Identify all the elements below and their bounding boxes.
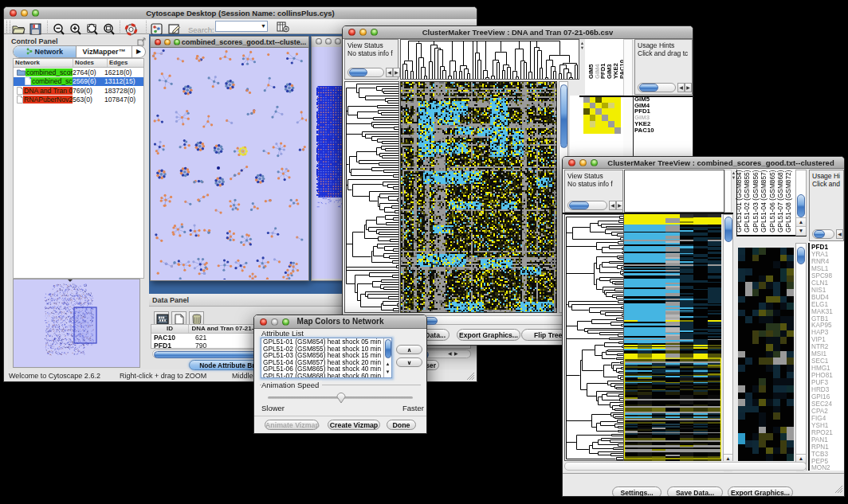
close-button[interactable]: [260, 318, 267, 326]
minimize-button[interactable]: [359, 29, 367, 36]
treeview2-hscrollbar[interactable]: [564, 462, 807, 471]
treeview2-usage-hints-zoom-widget[interactable]: ◀▶: [812, 229, 844, 239]
column-header-nodes[interactable]: Nodes: [73, 59, 108, 67]
minimize-button[interactable]: [579, 159, 587, 166]
zoom-left-arrow[interactable]: ◀: [836, 229, 843, 239]
minimize-button[interactable]: [271, 318, 278, 326]
network-table-row[interactable]: combined_sco2569(6)13112(15): [14, 77, 143, 87]
network-view-window-1[interactable]: combined_scores_good.txt--cluste...: [150, 36, 309, 281]
resize-grip[interactable]: [834, 485, 843, 494]
treeview2-zoom-heatmap[interactable]: [738, 248, 794, 461]
zoom-left-arrow[interactable]: ◀: [386, 68, 393, 77]
zoom-left-arrow[interactable]: ◀: [609, 201, 616, 210]
vscroll-thumb[interactable]: [724, 217, 732, 242]
tab-vizmapper[interactable]: VizMapper™: [77, 46, 132, 57]
treeview2-zoom-vscrollbar[interactable]: ▲▼: [795, 243, 807, 471]
birds-eye-view[interactable]: [13, 279, 140, 368]
done-button[interactable]: Done: [387, 420, 416, 430]
slider-thumb[interactable]: [336, 393, 346, 404]
zoom-button[interactable]: [282, 318, 289, 326]
scroll-up-arrow[interactable]: ▲: [384, 360, 391, 368]
search-dropdown-button[interactable]: ▼: [261, 21, 268, 31]
zoom-button[interactable]: [591, 159, 598, 166]
save-data-button[interactable]: Save Data...: [667, 486, 723, 496]
attribute-list[interactable]: GPL51-01 (GSM854) heat shock 05 minGPL51…: [261, 338, 392, 378]
treeview1-button-1[interactable]: Export Graphics...: [457, 329, 520, 341]
zoom-right-arrow[interactable]: ▶: [393, 68, 400, 77]
treeview2-usage-hints-line1: Usage Hi: [810, 170, 843, 180]
zoom-thumb[interactable]: [814, 230, 825, 238]
network-table-row[interactable]: RNAPuberNov2+ı563(0)107847(0): [14, 96, 143, 105]
close-button[interactable]: [155, 39, 161, 45]
treeview2-view-status-zoom-widget[interactable]: ◀▶: [567, 201, 623, 210]
zoom-button[interactable]: [174, 39, 180, 45]
zoom-right-arrow[interactable]: ▶: [843, 229, 844, 239]
network-table-row[interactable]: combined_scores_2764(0)16218(0): [14, 68, 143, 77]
close-button[interactable]: [10, 10, 17, 17]
treeview2-labels-vscrollbar[interactable]: ▲▼: [795, 170, 807, 236]
treeview1-hscrollbar[interactable]: [402, 315, 577, 325]
toolbar-drag-handle[interactable]: [6, 21, 10, 33]
export-graphics-button[interactable]: Export Graphics...: [728, 486, 793, 496]
zoom-right-arrow[interactable]: ▶: [685, 83, 692, 92]
treeview1-heatmap[interactable]: [400, 81, 557, 313]
vscroll-thumb[interactable]: [797, 247, 805, 264]
treeview1-view-status-zoom-widget[interactable]: ◀▶: [347, 68, 400, 77]
treeview2-heatmap[interactable]: [624, 214, 721, 461]
scroll-down-arrow[interactable]: ▼: [796, 226, 806, 236]
tab-network[interactable]: Network: [14, 46, 77, 57]
network-table-row[interactable]: DNA and Tran 07769(0)183728(0): [14, 86, 143, 96]
treeview2-row-dendrogram[interactable]: [564, 214, 624, 461]
zoom-button[interactable]: [371, 29, 378, 36]
treeview1-titlebar[interactable]: ClusterMaker TreeView : DNA and Tran 07-…: [343, 26, 693, 39]
cytoscape-titlebar[interactable]: Cytoscape Desktop (Session Name: collins…: [4, 7, 477, 20]
vscroll-thumb[interactable]: [385, 339, 391, 358]
treeview2-titlebar[interactable]: ClusterMaker TreeView : combined_scores_…: [563, 157, 844, 169]
scroll-down-arrow[interactable]: ▼: [384, 368, 391, 376]
close-button[interactable]: [568, 159, 575, 166]
zoom-thumb[interactable]: [639, 84, 658, 92]
zoom-thumb[interactable]: [349, 68, 367, 76]
settings-button[interactable]: Settings...: [612, 486, 662, 496]
network-graph-canvas[interactable]: [151, 48, 307, 279]
zoom-button[interactable]: [32, 10, 39, 17]
tab-overflow-button[interactable]: ▶: [132, 46, 145, 57]
zoom-left-arrow[interactable]: ◀: [677, 83, 685, 92]
correlation-matrix[interactable]: [583, 96, 620, 133]
minimize-button[interactable]: [325, 38, 332, 45]
attribute-id: PAC10: [151, 334, 190, 342]
column-header-edges[interactable]: Edges: [108, 59, 143, 67]
treeview2-usage-hints-line2: Click and: [810, 180, 843, 188]
treeview1-label-scroll-arrows[interactable]: ▲▼: [579, 41, 585, 58]
close-button[interactable]: [348, 29, 355, 36]
attribute-list-item[interactable]: GPL51-07 (GSM868) heat shock 60 min: [261, 373, 391, 378]
zoom-button[interactable]: [335, 38, 341, 45]
animation-speed-slider[interactable]: [268, 397, 413, 399]
close-button[interactable]: [316, 38, 322, 45]
zoom-thumb[interactable]: [569, 201, 589, 209]
column-header-id[interactable]: ID: [151, 325, 189, 333]
treeview2-vscrollbar[interactable]: ▲▼: [723, 214, 733, 461]
move-down-button[interactable]: ∨: [396, 357, 422, 367]
treeview1-usage-hints-zoom-widget[interactable]: ◀▶: [638, 83, 692, 92]
vscroll-thumb[interactable]: [560, 84, 567, 148]
hscroll-arrows[interactable]: ◀ ▶: [448, 350, 469, 357]
minimize-button[interactable]: [164, 39, 171, 45]
zoom-right-arrow[interactable]: ▶: [616, 201, 623, 210]
attribute-list-vscrollbar[interactable]: ▲▼: [383, 338, 391, 377]
treeview2-column-dendrogram[interactable]: [624, 170, 724, 213]
animate-vizmap-button[interactable]: Animate Vizmap: [265, 420, 319, 430]
control-panel: Control Panel Network VizMapper™ ▶ Netwo…: [8, 36, 149, 369]
treeview1-row-dendrogram[interactable]: [344, 81, 399, 313]
minimize-button[interactable]: [21, 10, 28, 17]
separator: [254, 416, 426, 416]
vscroll-thumb[interactable]: [797, 194, 805, 217]
column-header-network[interactable]: Network: [14, 59, 73, 67]
gene-label: HRD3: [811, 386, 829, 393]
treeview1-column-dendrogram[interactable]: [400, 39, 579, 80]
network-edges: 13112(15): [104, 77, 143, 85]
move-up-button[interactable]: ∧: [396, 345, 422, 354]
resize-grip[interactable]: [466, 372, 475, 381]
create-vizmap-button[interactable]: Create Vizmap: [328, 420, 380, 430]
gene-label: MSL1: [811, 265, 828, 272]
